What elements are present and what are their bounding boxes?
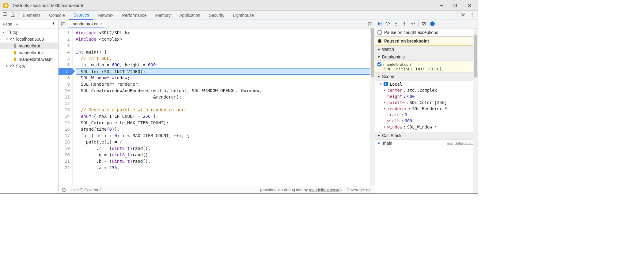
close-icon[interactable]: × bbox=[100, 21, 103, 26]
pause-on-exceptions-button[interactable] bbox=[430, 21, 435, 27]
editor-nav-back-icon[interactable] bbox=[60, 21, 66, 28]
scope-var-width[interactable]: width: 600 bbox=[377, 118, 478, 124]
local-badge-icon: L bbox=[384, 82, 388, 86]
breakpoints-section-header[interactable]: Breakpoints bbox=[375, 53, 478, 61]
document-icon bbox=[13, 44, 17, 48]
main-tab-application[interactable]: Application bbox=[175, 11, 205, 20]
main-tab-lighthouse[interactable]: Lighthouse bbox=[229, 11, 258, 20]
pause-on-caught-label: Pause on caught exceptions bbox=[384, 30, 438, 35]
script-icon bbox=[13, 50, 17, 55]
right-scrollbar[interactable] bbox=[473, 28, 478, 193]
cloud-icon bbox=[10, 37, 15, 41]
tree-origin-label: localhost:5000 bbox=[16, 37, 44, 42]
scope-section-header[interactable]: Scope bbox=[375, 73, 478, 80]
step-into-button[interactable] bbox=[393, 21, 399, 27]
paused-banner: Paused on breakpoint bbox=[375, 37, 478, 46]
cloud-icon bbox=[10, 64, 15, 68]
debug-src-link[interactable]: mandelbrot.wasm bbox=[309, 188, 340, 192]
window-minimize-button[interactable] bbox=[434, 1, 448, 10]
step-out-button[interactable] bbox=[402, 21, 407, 27]
main-panel-tabs: ElementsConsoleSourcesNetworkPerformance… bbox=[0, 11, 478, 20]
svg-rect-30 bbox=[433, 22, 434, 25]
svg-rect-33 bbox=[379, 42, 380, 43]
scope-var-height[interactable]: height: 600 bbox=[377, 93, 478, 99]
scope-var-center[interactable]: center: std::complex bbox=[377, 87, 478, 93]
editor-nav-fwd-icon[interactable] bbox=[367, 21, 373, 28]
watch-label: Watch bbox=[382, 47, 394, 52]
file-tree: top localhost:5000 mandelbrot mandelbrot… bbox=[0, 28, 58, 70]
main-tab-elements[interactable]: Elements bbox=[18, 11, 45, 20]
breakpoints-label: Breakpoints bbox=[382, 54, 405, 59]
main-tab-performance[interactable]: Performance bbox=[118, 11, 151, 20]
frame-icon bbox=[6, 30, 11, 35]
svg-point-26 bbox=[414, 23, 415, 24]
svg-rect-18 bbox=[368, 22, 372, 26]
step-button[interactable] bbox=[410, 21, 415, 27]
breakpoint-item[interactable]: mandelbrot.cc:7 SDL_Init(SDL_INIT_VIDEO)… bbox=[375, 61, 478, 73]
sidebar-menu-icon[interactable] bbox=[51, 21, 56, 27]
script-icon bbox=[13, 57, 17, 62]
editor-tab-label: mandelbrot.cc bbox=[71, 21, 98, 26]
tree-file-label: mandelbrot bbox=[19, 43, 40, 48]
svg-point-9 bbox=[462, 14, 464, 16]
tree-file-origin-label: file:// bbox=[16, 64, 25, 69]
scope-var-palette[interactable]: palette: SDL_Color [256] bbox=[377, 99, 478, 106]
inspect-element-icon[interactable] bbox=[3, 12, 8, 18]
window-maximize-button[interactable] bbox=[448, 1, 462, 10]
source-code[interactable]: #include <SDL2/SDL.h>#include <complex>i… bbox=[73, 28, 370, 186]
editor-statusbar: {} Line 7, Column 3 (provided via debug … bbox=[59, 186, 375, 193]
scope-var-renderer[interactable]: renderer: SDL_Renderer * bbox=[377, 106, 478, 112]
svg-point-28 bbox=[430, 21, 435, 26]
settings-gear-icon[interactable] bbox=[460, 12, 465, 18]
svg-point-14 bbox=[53, 23, 54, 24]
main-tab-security[interactable]: Security bbox=[205, 11, 229, 20]
svg-point-11 bbox=[472, 14, 473, 15]
more-menu-icon[interactable] bbox=[470, 12, 475, 18]
main-tab-sources[interactable]: Sources bbox=[69, 11, 93, 20]
svg-point-22 bbox=[396, 25, 396, 26]
window-title: DevTools - localhost:5000/mandelbrot bbox=[11, 3, 434, 8]
breakpoint-checkbox[interactable] bbox=[377, 62, 381, 66]
line-gutter[interactable]: 12345678910111213141516171819202122 bbox=[59, 28, 73, 186]
main-tab-console[interactable]: Console bbox=[45, 11, 69, 20]
tree-file-mandelbrot-wasm[interactable]: mandelbrot.wasm bbox=[0, 56, 58, 63]
device-toggle-icon[interactable] bbox=[11, 12, 16, 18]
svg-point-20 bbox=[387, 24, 388, 25]
watch-section-header[interactable]: Watch bbox=[375, 46, 478, 53]
scope-local-label: Local bbox=[390, 81, 402, 87]
resume-button[interactable] bbox=[377, 21, 382, 27]
editor-scrollbar[interactable] bbox=[370, 28, 375, 186]
main-tab-network[interactable]: Network bbox=[93, 11, 118, 20]
pretty-print-button[interactable]: {} bbox=[62, 188, 66, 192]
sidebar-tab-page[interactable]: Page bbox=[3, 22, 12, 26]
scope-var-scale[interactable]: scale: 0 bbox=[377, 112, 478, 118]
scope-label: Scope bbox=[382, 74, 394, 79]
callstack-section-header[interactable]: Call Stack bbox=[375, 132, 478, 140]
main-tab-memory[interactable]: Memory bbox=[151, 11, 175, 20]
svg-point-15 bbox=[53, 24, 54, 25]
tree-file-mandelbrot[interactable]: mandelbrot bbox=[0, 43, 58, 49]
tree-origin[interactable]: localhost:5000 bbox=[0, 36, 58, 43]
tree-top[interactable]: top bbox=[0, 29, 58, 36]
tree-file-origin[interactable]: file:// bbox=[0, 63, 58, 69]
paused-text: Paused on breakpoint bbox=[384, 39, 429, 43]
step-over-button[interactable] bbox=[385, 21, 390, 27]
editor-pane: mandelbrot.cc × 123456789101112131415161… bbox=[59, 20, 375, 193]
pause-on-caught-checkbox[interactable] bbox=[377, 30, 382, 35]
scope-var-window[interactable]: window: SDL_Window * bbox=[377, 124, 478, 130]
tree-file-label: mandelbrot.wasm bbox=[19, 57, 53, 62]
svg-point-13 bbox=[53, 22, 54, 22]
pause-on-caught-row[interactable]: Pause on caught exceptions bbox=[375, 28, 478, 37]
callstack-frame-name: main bbox=[383, 141, 445, 146]
scope-local-row[interactable]: L Local bbox=[377, 81, 478, 87]
tree-file-mandelbrot-js[interactable]: mandelbrot.js bbox=[0, 49, 58, 56]
debug-source-info: (provided via debug info by mandelbrot.w… bbox=[260, 188, 342, 192]
editor-tab-mandelbrot-cc[interactable]: mandelbrot.cc × bbox=[68, 20, 104, 28]
callstack-frame[interactable]: main mandelbrot.cc:7 bbox=[375, 140, 478, 147]
sidebar-more-tabs[interactable]: » bbox=[16, 22, 18, 26]
debugger-pane: Pause on caught exceptions Paused on bre… bbox=[375, 20, 478, 193]
deactivate-breakpoints-button[interactable] bbox=[422, 21, 427, 27]
window-close-button[interactable] bbox=[462, 1, 476, 10]
svg-rect-3 bbox=[454, 4, 457, 7]
svg-rect-7 bbox=[11, 13, 14, 17]
